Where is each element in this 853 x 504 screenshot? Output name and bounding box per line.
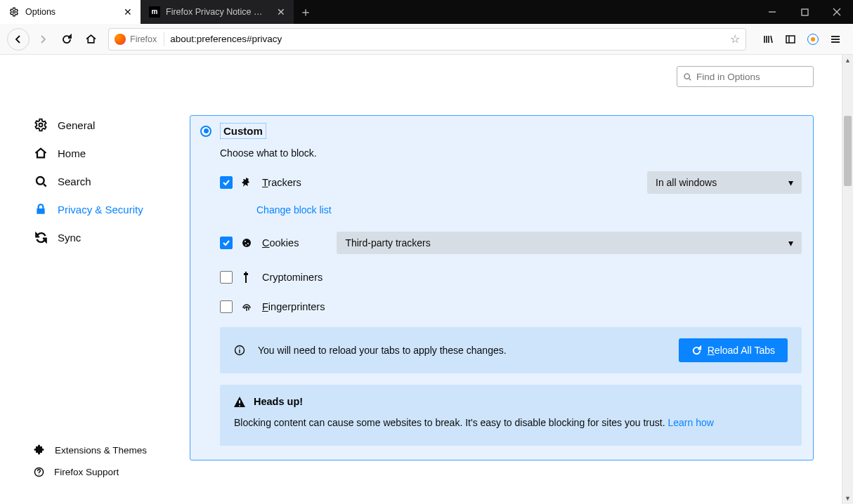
- svg-point-11: [36, 176, 44, 184]
- cookies-icon: [241, 237, 254, 248]
- search-icon: [34, 174, 48, 188]
- tab-label: Options: [25, 7, 56, 17]
- url-bar[interactable]: Firefox about:preferences#privacy ☆: [108, 28, 746, 51]
- cookies-type-select[interactable]: Third-party trackers ▾: [337, 232, 802, 254]
- minimize-button[interactable]: [756, 0, 788, 24]
- tab-strip: Options ✕ m Firefox Privacy Notice — Moz…: [0, 0, 318, 24]
- svg-point-15: [684, 74, 689, 79]
- trackers-checkbox[interactable]: [220, 176, 233, 189]
- fingerprinters-checkbox[interactable]: [220, 300, 233, 313]
- close-window-button[interactable]: [821, 0, 853, 24]
- lock-icon: [34, 202, 48, 216]
- svg-point-0: [13, 11, 15, 13]
- option-trackers: Trackers In all windows ▾: [220, 171, 802, 194]
- warning-message: Blocking content can cause some websites…: [234, 417, 668, 428]
- window-controls: [756, 0, 853, 24]
- tab-firefox-privacy[interactable]: m Firefox Privacy Notice — Mozil ✕: [141, 0, 294, 24]
- sidebar-footer-label: Firefox Support: [54, 467, 119, 477]
- tab-label: Firefox Privacy Notice — Mozil: [166, 7, 271, 17]
- tab-close-icon[interactable]: ✕: [277, 6, 285, 18]
- button-label: Reload All Tabs: [708, 345, 775, 356]
- scroll-down-arrow[interactable]: ▼: [842, 493, 853, 504]
- sidebar-item-sync[interactable]: Sync: [28, 223, 169, 251]
- cookies-label: Cookies: [262, 237, 299, 248]
- account-button[interactable]: [802, 29, 823, 50]
- reload-infobox: You will need to reload your tabs to app…: [220, 327, 802, 373]
- gear-icon: [8, 6, 20, 18]
- sidebar-item-general[interactable]: General: [28, 111, 169, 139]
- tab-close-icon[interactable]: ✕: [124, 6, 132, 18]
- svg-rect-2: [802, 9, 808, 15]
- find-in-options-input[interactable]: Find in Options: [677, 66, 814, 87]
- option-cryptominers: Cryptominers: [220, 271, 802, 284]
- library-button[interactable]: [757, 29, 779, 50]
- help-icon: [34, 467, 44, 477]
- trackers-scope-select[interactable]: In all windows ▾: [647, 171, 802, 194]
- scrollbar-thumb[interactable]: [844, 116, 852, 186]
- reload-message: You will need to reload your tabs to app…: [258, 343, 666, 358]
- sidebar-button[interactable]: [780, 29, 801, 50]
- gear-icon: [34, 118, 48, 132]
- reload-all-tabs-button[interactable]: Reload All Tabs: [679, 338, 788, 362]
- sidebar-footer-extensions[interactable]: Extensions & Themes: [28, 439, 169, 461]
- sidebar-item-privacy[interactable]: Privacy & Security: [28, 195, 169, 223]
- select-value: In all windows: [656, 177, 717, 188]
- identity-box[interactable]: Firefox: [115, 32, 164, 46]
- custom-radio[interactable]: [200, 126, 211, 137]
- maximize-button[interactable]: [788, 0, 821, 24]
- mozilla-icon: m: [149, 6, 160, 18]
- panel-description: Choose what to block.: [220, 147, 802, 159]
- cookies-checkbox[interactable]: [220, 237, 233, 249]
- trackers-icon: [241, 177, 254, 188]
- info-icon: [234, 345, 245, 356]
- placeholder-text: Find in Options: [696, 72, 760, 82]
- svg-point-20: [245, 244, 247, 246]
- back-button[interactable]: [7, 28, 30, 51]
- reload-icon: [691, 345, 702, 356]
- learn-how-link[interactable]: Learn how: [668, 417, 713, 428]
- chevron-down-icon: ▾: [788, 177, 793, 188]
- svg-point-23: [239, 347, 240, 348]
- nav-toolbar: Firefox about:preferences#privacy ☆: [0, 24, 853, 55]
- svg-point-18: [245, 241, 246, 242]
- cryptominers-checkbox[interactable]: [220, 271, 233, 284]
- option-cookies: Cookies Third-party trackers ▾: [220, 232, 802, 254]
- home-button[interactable]: [80, 29, 101, 50]
- sidebar-item-search[interactable]: Search: [28, 167, 169, 195]
- svg-line-12: [44, 184, 46, 187]
- fingerprint-icon: [241, 301, 254, 312]
- change-block-list-link[interactable]: Change block list: [256, 204, 332, 215]
- url-text: about:preferences#privacy: [170, 34, 724, 44]
- firefox-icon: [115, 34, 126, 45]
- sidebar-item-label: Search: [58, 175, 91, 187]
- vertical-scrollbar[interactable]: ▲ ▼: [842, 55, 853, 504]
- preferences-page: General Home Search Privacy & Security S…: [0, 55, 853, 504]
- sidebar-item-home[interactable]: Home: [28, 139, 169, 167]
- tab-options[interactable]: Options ✕: [0, 0, 141, 24]
- sidebar-item-label: Privacy & Security: [58, 204, 143, 215]
- select-value: Third-party trackers: [345, 237, 430, 248]
- home-icon: [34, 146, 48, 160]
- bookmark-star-icon[interactable]: ☆: [730, 32, 740, 46]
- forward-button[interactable]: [32, 29, 53, 50]
- custom-blocking-panel: Custom Choose what to block. Trackers In…: [190, 115, 814, 460]
- window-titlebar: Options ✕ m Firefox Privacy Notice — Moz…: [0, 0, 853, 24]
- sidebar-item-label: Home: [58, 147, 86, 159]
- identity-label: Firefox: [130, 34, 157, 44]
- scroll-up-arrow[interactable]: ▲: [842, 55, 853, 66]
- sidebar-item-label: Sync: [58, 232, 81, 244]
- new-tab-button[interactable]: ＋: [294, 0, 318, 24]
- svg-point-10: [39, 124, 43, 127]
- sidebar-footer-support[interactable]: Firefox Support: [28, 461, 169, 483]
- preferences-sidebar: General Home Search Privacy & Security S…: [0, 55, 169, 504]
- preferences-main: Find in Options Custom Choose what to bl…: [169, 55, 842, 504]
- option-fingerprinters: Fingerprinters: [220, 300, 802, 313]
- svg-point-19: [247, 243, 249, 244]
- trackers-label: Trackers: [262, 177, 301, 188]
- warning-heading: Heads up!: [254, 396, 303, 407]
- cryptominers-label: Cryptominers: [262, 272, 323, 283]
- menu-button[interactable]: [825, 29, 846, 50]
- reload-button[interactable]: [56, 29, 77, 50]
- svg-rect-5: [786, 36, 795, 43]
- sync-icon: [34, 230, 48, 244]
